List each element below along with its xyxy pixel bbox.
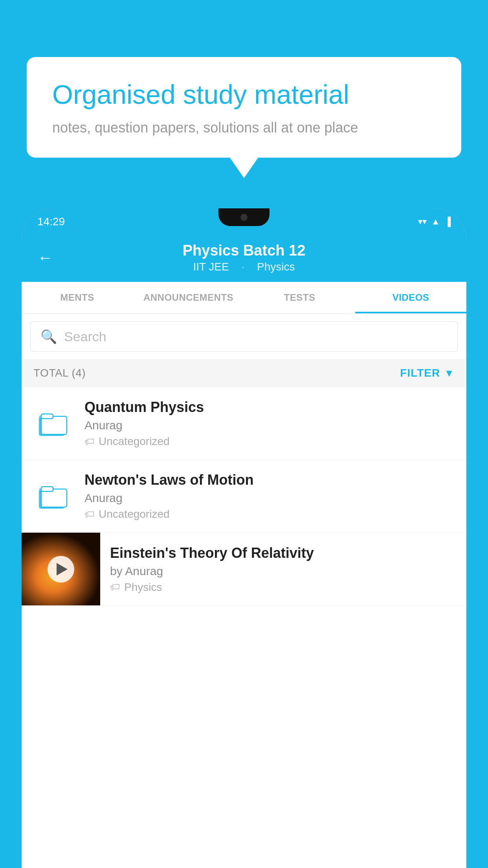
status-icons: ▾▾ ▲ ▐ xyxy=(418,217,451,227)
bubble-subtitle: notes, question papers, solutions all at… xyxy=(52,120,436,136)
filter-bar: TOTAL (4) FILTER ▼ xyxy=(22,359,466,387)
video-title-3: Einstein's Theory Of Relativity xyxy=(110,545,457,561)
filter-icon: ▼ xyxy=(444,367,455,379)
bubble-title: Organised study material xyxy=(52,79,436,111)
speech-bubble-section: Organised study material notes, question… xyxy=(27,57,461,158)
wifi-icon: ▾▾ xyxy=(418,217,427,227)
list-item-thumb[interactable]: Einstein's Theory Of Relativity by Anura… xyxy=(22,533,466,606)
video-tag: 🏷 Uncategorized xyxy=(84,435,455,448)
filter-button[interactable]: FILTER ▼ xyxy=(400,367,455,379)
folder-icon-wrap xyxy=(33,408,73,439)
play-triangle-icon xyxy=(57,563,68,576)
camera-dot xyxy=(240,214,248,221)
svg-rect-3 xyxy=(41,414,53,419)
tag-icon-2: 🏷 xyxy=(84,508,95,520)
video-tag-3: 🏷 Physics xyxy=(110,581,457,594)
status-time: 14:29 xyxy=(37,215,65,228)
video-list: Quantum Physics Anurag 🏷 Uncategorized xyxy=(22,387,466,606)
video-title-2: Newton's Laws of Motion xyxy=(84,472,455,488)
video-info-2: Newton's Laws of Motion Anurag 🏷 Uncateg… xyxy=(84,472,455,520)
tag-label-2: Uncategorized xyxy=(99,508,170,520)
tag-icon: 🏷 xyxy=(84,436,95,448)
phone-frame: 14:29 ▾▾ ▲ ▐ ← Physics Batch 12 xyxy=(22,208,466,868)
tag-label: Uncategorized xyxy=(99,435,170,448)
subtitle-iitjee: IIT JEE xyxy=(193,261,229,273)
search-bar[interactable]: 🔍 Search xyxy=(30,321,458,352)
speech-bubble: Organised study material notes, question… xyxy=(27,57,461,158)
folder-icon-2 xyxy=(37,480,69,512)
app-bar-subtitle: IIT JEE · Physics xyxy=(183,261,306,273)
filter-label: FILTER xyxy=(400,367,440,379)
video-author-3: by Anurag xyxy=(110,565,457,578)
status-bar: 14:29 ▾▾ ▲ ▐ xyxy=(22,208,466,235)
search-icon: 🔍 xyxy=(40,329,57,344)
tag-label-3: Physics xyxy=(124,581,162,594)
phone-inner: 14:29 ▾▾ ▲ ▐ ← Physics Batch 12 xyxy=(22,208,466,868)
list-item[interactable]: Newton's Laws of Motion Anurag 🏷 Uncateg… xyxy=(22,460,466,533)
notch xyxy=(218,208,270,226)
phone-screen: 14:29 ▾▾ ▲ ▐ ← Physics Batch 12 xyxy=(22,208,466,868)
tab-tests[interactable]: TESTS xyxy=(244,282,355,313)
video-author: Anurag xyxy=(84,419,455,432)
app-bar: ← Physics Batch 12 IIT JEE · Physics xyxy=(22,235,466,282)
svg-rect-7 xyxy=(41,487,53,491)
video-info: Quantum Physics Anurag 🏷 Uncategorized xyxy=(84,399,455,448)
tab-ments[interactable]: MENTS xyxy=(22,282,133,313)
signal-icon: ▲ xyxy=(431,217,440,227)
total-count: TOTAL (4) xyxy=(33,367,86,379)
list-item[interactable]: Quantum Physics Anurag 🏷 Uncategorized xyxy=(22,387,466,460)
video-info-thumb: Einstein's Theory Of Relativity by Anura… xyxy=(100,535,466,603)
video-tag-2: 🏷 Uncategorized xyxy=(84,508,455,520)
tag-icon-3: 🏷 xyxy=(110,581,120,593)
play-button-overlay[interactable] xyxy=(48,556,74,583)
video-author-2: Anurag xyxy=(84,491,455,505)
search-bar-container: 🔍 Search xyxy=(22,314,466,359)
folder-icon-wrap-2 xyxy=(33,480,73,512)
subtitle-divider: · xyxy=(242,261,245,273)
battery-icon: ▐ xyxy=(444,217,451,227)
tabs-container: MENTS ANNOUNCEMENTS TESTS VIDEOS xyxy=(22,282,466,314)
search-placeholder: Search xyxy=(64,329,106,344)
back-button[interactable]: ← xyxy=(37,249,53,267)
subtitle-physics: Physics xyxy=(257,261,295,273)
video-thumbnail xyxy=(22,533,100,605)
tab-videos[interactable]: VIDEOS xyxy=(355,282,466,313)
app-bar-title: Physics Batch 12 xyxy=(183,242,306,259)
tab-announcements[interactable]: ANNOUNCEMENTS xyxy=(133,282,244,313)
app-bar-content: Physics Batch 12 IIT JEE · Physics xyxy=(183,242,306,273)
folder-icon xyxy=(37,408,69,439)
video-title: Quantum Physics xyxy=(84,399,455,416)
